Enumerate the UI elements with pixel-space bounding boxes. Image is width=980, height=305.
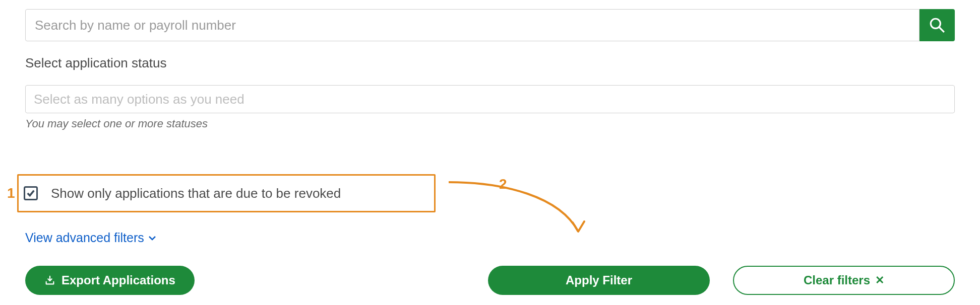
revoked-checkbox-label: Show only applications that are due to b… <box>51 186 341 201</box>
status-section-label: Select application status <box>25 55 955 71</box>
search-row <box>25 9 955 41</box>
annotation-arrow <box>444 176 595 247</box>
clear-filters-button[interactable]: Clear filters ✕ <box>733 266 955 295</box>
export-applications-button[interactable]: Export Applications <box>25 266 195 295</box>
view-advanced-filters-link[interactable]: View advanced filters <box>25 231 156 245</box>
action-button-row: Export Applications Apply Filter Clear f… <box>25 266 955 295</box>
status-multiselect[interactable]: Select as many options as you need <box>25 85 955 113</box>
search-icon <box>929 17 946 34</box>
clear-button-label: Clear filters <box>804 273 870 287</box>
advanced-filters-label: View advanced filters <box>25 231 144 245</box>
search-button[interactable] <box>920 9 955 41</box>
revoked-checkbox[interactable] <box>24 186 38 200</box>
status-help-text: You may select one or more statuses <box>25 117 955 130</box>
chevron-down-icon <box>148 230 156 244</box>
revoked-filter-highlight: Show only applications that are due to b… <box>17 174 436 212</box>
search-input[interactable] <box>25 9 920 41</box>
close-icon: ✕ <box>875 274 884 287</box>
apply-filter-button[interactable]: Apply Filter <box>488 266 710 295</box>
check-icon <box>26 189 35 198</box>
svg-line-1 <box>939 27 944 32</box>
svg-point-0 <box>931 19 940 28</box>
export-button-label: Export Applications <box>62 273 175 287</box>
annotation-marker-1: 1 <box>7 185 15 201</box>
filter-panel: Select application status Select as many… <box>0 9 980 305</box>
annotation-marker-2: 2 <box>499 176 507 192</box>
download-icon <box>44 275 55 286</box>
apply-button-label: Apply Filter <box>566 273 632 287</box>
